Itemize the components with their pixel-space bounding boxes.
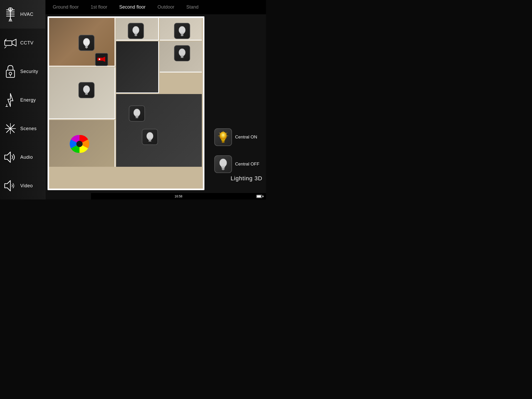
svg-rect-41 xyxy=(149,141,151,142)
energy-label: Energy xyxy=(20,97,36,103)
sidebar-item-video[interactable]: Video xyxy=(0,171,45,200)
central-off-label: Central OFF xyxy=(235,162,260,167)
lighting-3d-label: Lighting 3D xyxy=(231,175,262,182)
svg-rect-30 xyxy=(135,36,137,36)
audio-icon xyxy=(4,150,17,164)
top-navigation: Ground floor 1st floor Second floor Outd… xyxy=(45,0,266,14)
light-living2[interactable] xyxy=(142,129,158,145)
svg-point-34 xyxy=(83,85,90,93)
svg-rect-27 xyxy=(86,48,87,49)
svg-rect-32 xyxy=(181,35,183,36)
floorplan xyxy=(48,16,204,190)
time-display: 16:58 xyxy=(175,195,182,198)
svg-point-45 xyxy=(99,58,100,60)
svg-point-14 xyxy=(9,72,12,75)
cctv-label: CCTV xyxy=(20,40,34,46)
floorplan-container xyxy=(45,14,207,192)
security-label: Security xyxy=(20,69,38,74)
svg-rect-26 xyxy=(85,48,88,48)
svg-rect-55 xyxy=(222,168,225,169)
cctv-camera-icon xyxy=(95,53,108,66)
svg-rect-33 xyxy=(181,36,183,36)
svg-rect-29 xyxy=(135,35,137,36)
scenes-label: Scenes xyxy=(20,126,37,131)
svg-line-12 xyxy=(5,46,6,48)
sidebar: HVAC CCTV Security xyxy=(0,0,45,200)
sidebar-item-energy[interactable]: Energy xyxy=(0,86,45,114)
svg-rect-9 xyxy=(5,41,12,45)
svg-point-42 xyxy=(76,141,83,147)
svg-point-38 xyxy=(134,109,140,116)
svg-marker-23 xyxy=(5,181,10,191)
video-icon xyxy=(4,179,17,192)
central-on-icon xyxy=(214,128,232,146)
svg-rect-39 xyxy=(136,117,138,118)
svg-line-50 xyxy=(226,133,227,134)
hvac-label: HVAC xyxy=(20,12,34,17)
right-panel: Central ON Central OFF Lighting 3D xyxy=(210,14,266,192)
audio-label: Audio xyxy=(20,155,33,160)
tab-second-floor[interactable]: Second floor xyxy=(117,3,148,11)
statusbar: 16:58 xyxy=(91,193,266,200)
svg-rect-35 xyxy=(85,94,88,95)
svg-rect-57 xyxy=(222,170,224,170)
light-dining[interactable] xyxy=(78,35,95,51)
video-label: Video xyxy=(20,183,33,189)
tab-stand[interactable]: Stand xyxy=(184,3,201,11)
svg-point-24 xyxy=(83,38,90,46)
tab-first-floor[interactable]: 1st floor xyxy=(89,3,109,11)
sidebar-item-hvac[interactable]: HVAC xyxy=(0,0,45,29)
scenes-icon xyxy=(4,122,17,135)
battery-icon xyxy=(256,195,263,198)
cctv-icon xyxy=(4,36,17,50)
sidebar-item-cctv[interactable]: CCTV xyxy=(0,29,45,57)
sidebar-item-security[interactable]: Security xyxy=(0,57,45,86)
svg-line-51 xyxy=(219,133,220,134)
svg-rect-47 xyxy=(222,141,225,142)
svg-point-54 xyxy=(220,159,227,167)
svg-rect-37 xyxy=(181,57,183,58)
svg-point-46 xyxy=(220,132,227,140)
sidebar-item-scenes[interactable]: Scenes xyxy=(0,114,45,143)
central-off-icon xyxy=(214,155,232,173)
light-bath[interactable] xyxy=(174,45,190,61)
svg-point-40 xyxy=(147,132,153,140)
security-icon xyxy=(4,65,17,78)
light-living1[interactable] xyxy=(129,105,145,122)
central-off-button[interactable]: Central OFF xyxy=(210,152,266,177)
svg-marker-44 xyxy=(102,57,105,62)
tab-outdoor[interactable]: Outdoor xyxy=(155,3,176,11)
svg-point-28 xyxy=(132,26,139,34)
color-wheel[interactable] xyxy=(70,134,89,154)
svg-rect-48 xyxy=(222,142,224,143)
tab-ground-floor[interactable]: Ground floor xyxy=(51,3,81,11)
light-tr1[interactable] xyxy=(128,23,144,39)
svg-rect-25 xyxy=(85,47,88,48)
svg-marker-22 xyxy=(5,152,10,162)
svg-marker-10 xyxy=(12,39,16,46)
sidebar-item-audio[interactable]: Audio xyxy=(0,143,45,171)
central-on-button[interactable]: Central ON xyxy=(210,125,266,150)
light-tr2[interactable] xyxy=(174,23,190,39)
svg-point-36 xyxy=(179,49,185,56)
svg-point-31 xyxy=(179,26,185,34)
light-mid[interactable] xyxy=(78,82,95,98)
hvac-icon xyxy=(4,8,17,21)
main-content: Central ON Central OFF Lighting 3D 16:58 xyxy=(45,14,266,200)
energy-icon xyxy=(4,93,17,107)
central-on-label: Central ON xyxy=(235,135,257,140)
